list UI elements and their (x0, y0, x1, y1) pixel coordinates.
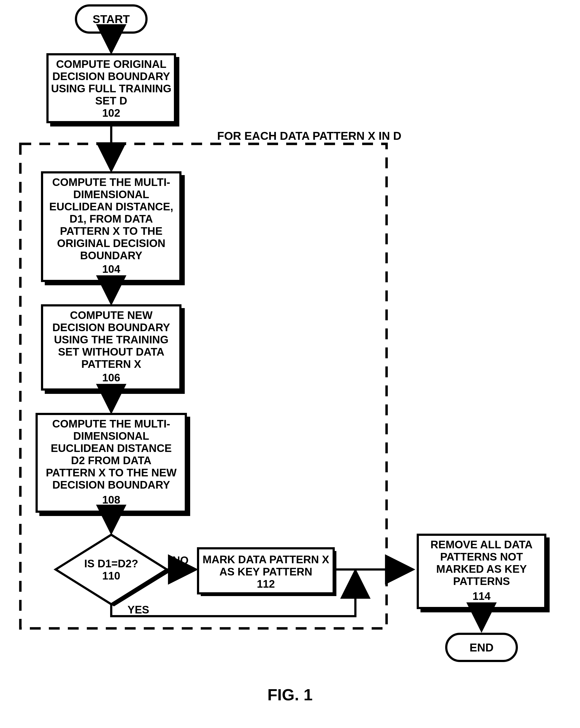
svg-text:USING THE TRAINING: USING THE TRAINING (54, 334, 168, 345)
svg-text:106: 106 (102, 372, 120, 384)
svg-text:D1, FROM DATA: D1, FROM DATA (70, 213, 153, 225)
svg-text:PATTERNS: PATTERNS (453, 575, 510, 587)
svg-text:USING FULL TRAINING: USING FULL TRAINING (51, 82, 171, 95)
node-102: COMPUTE ORIGINAL DECISION BOUNDARY USING… (48, 54, 179, 127)
start-label: START (93, 13, 130, 26)
svg-text:114: 114 (473, 590, 491, 602)
svg-text:108: 108 (102, 494, 120, 506)
svg-text:SET WITHOUT DATA: SET WITHOUT DATA (58, 346, 164, 358)
svg-text:102: 102 (102, 107, 120, 119)
svg-text:PATTERN X: PATTERN X (81, 358, 141, 370)
node-112: MARK DATA PATTERN X AS KEY PATTERN 112 (198, 548, 336, 596)
svg-text:COMPUTE THE MULTI-: COMPUTE THE MULTI- (52, 418, 170, 430)
svg-text:AS KEY PATTERN: AS KEY PATTERN (219, 566, 312, 578)
end-label: END (470, 641, 494, 654)
node-104: COMPUTE THE MULTI- DIMENSIONAL EUCLIDEAN… (42, 172, 185, 285)
svg-text:D2 FROM DATA: D2 FROM DATA (71, 454, 151, 466)
svg-text:ORIGINAL DECISION: ORIGINAL DECISION (57, 237, 165, 249)
loop-label: FOR EACH DATA PATTERN X IN D (217, 129, 402, 142)
edge-yes-label: YES (128, 604, 149, 616)
svg-text:BOUNDARY: BOUNDARY (80, 250, 142, 261)
node-start: START (76, 5, 146, 32)
edge-no-label: NO (172, 554, 189, 566)
svg-text:110: 110 (102, 570, 120, 582)
svg-text:PATTERNS NOT: PATTERNS NOT (440, 551, 523, 563)
svg-text:DIMENSIONAL: DIMENSIONAL (73, 188, 149, 200)
node-108: COMPUTE THE MULTI- DIMENSIONAL EUCLIDEAN… (37, 414, 190, 516)
svg-text:DECISION BOUNDARY: DECISION BOUNDARY (52, 321, 170, 333)
svg-text:DIMENSIONAL: DIMENSIONAL (73, 430, 149, 442)
svg-marker-36 (56, 535, 167, 604)
svg-text:COMPUTE THE MULTI-: COMPUTE THE MULTI- (52, 176, 170, 188)
svg-text:PATTERN X TO THE NEW: PATTERN X TO THE NEW (46, 467, 176, 478)
node-end: END (446, 634, 517, 661)
node-106: COMPUTE NEW DECISION BOUNDARY USING THE … (42, 305, 185, 394)
svg-text:SET D: SET D (95, 95, 127, 107)
svg-text:EUCLIDEAN DISTANCE: EUCLIDEAN DISTANCE (51, 442, 172, 454)
svg-text:IS D1=D2?: IS D1=D2? (84, 557, 138, 570)
svg-text:MARK DATA PATTERN X: MARK DATA PATTERN X (203, 553, 329, 565)
svg-text:104: 104 (102, 263, 120, 275)
svg-text:DECISION BOUNDARY: DECISION BOUNDARY (52, 479, 170, 491)
node-110-decision: IS D1=D2? 110 (56, 535, 170, 606)
node-114: REMOVE ALL DATA PATTERNS NOT MARKED AS K… (418, 535, 550, 613)
svg-text:PATTERN X TO THE: PATTERN X TO THE (60, 225, 163, 237)
svg-text:112: 112 (257, 578, 275, 590)
figure-caption: FIG. 1 (268, 686, 313, 704)
svg-text:MARKED AS KEY: MARKED AS KEY (436, 563, 527, 575)
svg-text:REMOVE ALL DATA: REMOVE ALL DATA (431, 539, 532, 550)
svg-text:DECISION BOUNDARY: DECISION BOUNDARY (52, 70, 170, 82)
svg-text:EUCLIDEAN DISTANCE,: EUCLIDEAN DISTANCE, (49, 201, 173, 212)
svg-text:COMPUTE NEW: COMPUTE NEW (70, 309, 153, 321)
svg-text:COMPUTE ORIGINAL: COMPUTE ORIGINAL (56, 58, 167, 70)
